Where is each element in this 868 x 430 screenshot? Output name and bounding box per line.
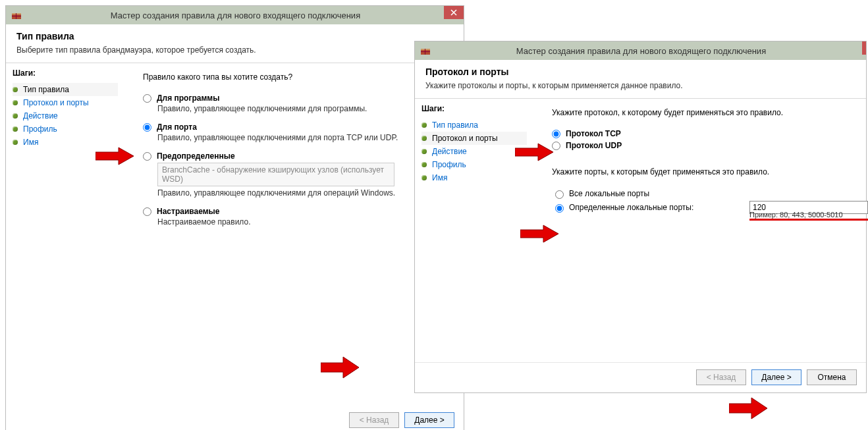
sidebar-step-action[interactable]: Действие [421,145,527,158]
bullet-icon [421,149,427,154]
port-example: Пример: 80, 443, 5000-5010 [749,211,843,219]
radio-udp-label: Протокол UDP [566,141,622,150]
radio-tcp-label: Протокол TCP [566,129,621,138]
radio-predef[interactable]: Предопределенные [143,151,452,161]
radio-predef-label: Предопределенные [157,151,235,161]
bullet-icon [13,140,18,145]
sidebar-step-protocol-ports[interactable]: Протокол и порты [421,132,527,145]
step-label: Действие [23,111,58,121]
close-button[interactable] [444,6,464,19]
highlight-underline [749,219,868,221]
page-title: Протокол и порты [425,67,855,77]
content-pane: Правило какого типа вы хотите создать? Д… [124,63,464,353]
radio-port[interactable]: Для порта [143,122,452,132]
radio-specific-ports-input[interactable] [555,204,564,213]
body: Шаги: Тип правила Протокол и порты Дейст… [6,63,464,353]
header-pane: Протокол и порты Укажите протоколы и пор… [415,60,866,99]
predef-select[interactable]: BranchCache - обнаружение кэширующих узл… [157,163,394,186]
step-label: Профиль [23,124,57,134]
bullet-icon [421,122,427,128]
body: Шаги: Тип правила Протокол и порты Дейст… [415,99,866,362]
cancel-button[interactable]: Отмена [807,369,857,385]
page-title: Тип правила [16,31,453,41]
radio-predef-desc: Правило, управляющее подключениями для о… [157,188,452,198]
radio-custom-desc: Настраиваемое правило. [157,217,452,227]
bullet-icon [13,126,18,132]
sidebar-step-name[interactable]: Имя [13,136,118,149]
bullet-icon [421,162,427,167]
svg-rect-3 [16,13,16,19]
bullet-icon [13,87,18,92]
titlebar: Мастер создания правила для нового входя… [415,41,866,60]
port-block: Все локальные порты Определенные локальн… [552,188,854,213]
radio-all-ports-label: Все локальные порты [569,189,649,198]
radio-custom[interactable]: Настраиваемые [143,207,452,216]
radio-udp-input[interactable] [552,142,560,150]
radio-tcp-input[interactable] [552,130,560,138]
step-label: Протокол и порты [432,134,498,143]
sidebar-step-action[interactable]: Действие [13,109,118,122]
page-subtitle: Выберите тип правила брандмауэра, которо… [16,45,453,55]
prompt-text: Правило какого типа вы хотите создать? [143,72,452,82]
content-pane: Укажите протокол, к которому будет приме… [533,99,866,362]
step-label: Протокол и порты [23,98,89,107]
radio-program-desc: Правило, управляющее подключениями для п… [157,104,452,113]
step-label: Действие [432,147,467,156]
sidebar-step-protocol-ports[interactable]: Протокол и порты [13,96,118,109]
wizard-dialog-protocol-ports: Мастер создания правила для нового входя… [414,41,867,393]
bullet-icon [421,175,427,180]
annotation-arrow-icon [729,396,769,420]
window-title: Мастер создания правила для нового входя… [27,11,464,20]
radio-program-label: Для программы [157,94,219,103]
firewall-icon [420,45,431,56]
radio-custom-input[interactable] [143,207,151,216]
titlebar: Мастер создания правила для нового входя… [6,6,464,24]
radio-predef-input[interactable] [143,152,151,161]
bullet-icon [421,136,427,141]
radio-custom-label: Настраиваемые [157,207,219,216]
radio-port-desc: Правило, управляющее подключениями для п… [157,133,452,142]
svg-marker-12 [729,398,767,419]
sidebar: Шаги: Тип правила Протокол и порты Дейст… [415,99,533,362]
back-button[interactable]: < Назад [349,412,399,428]
step-label: Тип правила [432,121,478,130]
window-title: Мастер создания правила для нового входя… [436,46,866,56]
step-label: Имя [23,138,38,147]
radio-port-label: Для порта [157,122,197,132]
protocol-prompt: Укажите протокол, к которому будет приме… [552,108,854,117]
next-button[interactable]: Далее > [751,369,801,385]
ports-prompt: Укажите порты, к которым будет применять… [552,167,854,176]
firewall-icon [11,10,22,20]
next-button[interactable]: Далее > [404,412,454,428]
footer: < Назад Далее > Отмена [415,362,866,392]
close-button[interactable] [862,41,866,55]
radio-program[interactable]: Для программы [143,94,452,103]
steps-label: Шаги: [13,68,118,78]
sidebar: Шаги: Тип правила Протокол и порты Дейст… [6,63,124,353]
radio-port-input[interactable] [143,123,151,132]
radio-tcp[interactable]: Протокол TCP [552,129,854,138]
radio-program-input[interactable] [143,94,151,103]
header-pane: Тип правила Выберите тип правила брандма… [6,24,464,63]
step-label: Тип правила [23,85,69,94]
bullet-icon [13,100,18,105]
radio-specific-ports-label: Определенные локальные порты: [569,203,693,212]
step-label: Профиль [432,160,466,169]
radio-specific-ports[interactable]: Определенные локальные порты: Пример: 80… [552,202,854,213]
radio-udp[interactable]: Протокол UDP [552,141,854,150]
bullet-icon [13,113,18,119]
radio-all-ports-input[interactable] [555,190,564,199]
svg-rect-7 [425,49,425,55]
page-subtitle: Укажите протоколы и порты, к которым при… [425,81,855,90]
sidebar-step-profile[interactable]: Профиль [13,122,118,136]
step-label: Имя [432,173,447,182]
sidebar-step-rule-type[interactable]: Тип правила [13,83,118,96]
sidebar-step-rule-type[interactable]: Тип правила [421,119,527,132]
sidebar-step-name[interactable]: Имя [421,171,527,184]
wizard-dialog-rule-type: Мастер создания правила для нового входя… [5,5,464,430]
radio-all-ports[interactable]: Все локальные порты [552,188,854,199]
steps-label: Шаги: [421,104,527,113]
sidebar-step-profile[interactable]: Профиль [421,158,527,171]
footer: < Назад Далее > [6,353,464,430]
back-button[interactable]: < Назад [696,369,746,385]
